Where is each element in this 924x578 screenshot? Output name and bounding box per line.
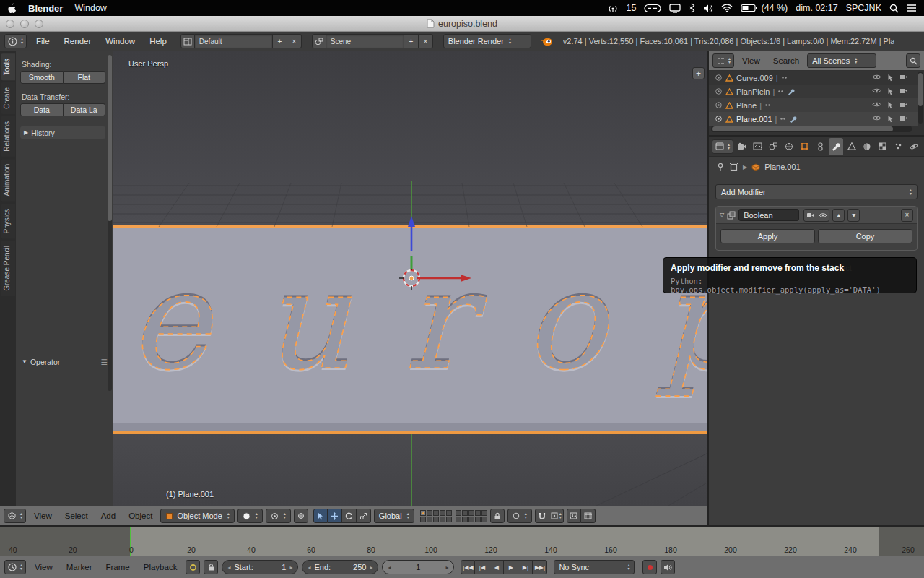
- outliner-search-button[interactable]: [906, 53, 920, 68]
- layers-widget[interactable]: [420, 510, 487, 522]
- screen-layout-icon[interactable]: [180, 34, 195, 48]
- editor-type-button[interactable]: ▴▾: [4, 560, 26, 574]
- outliner-row-planplein[interactable]: PlanPlein|: [709, 85, 918, 98]
- display-mode-select[interactable]: All Scenes ▴▾: [807, 53, 876, 68]
- visibility-eye-icon[interactable]: [872, 101, 881, 108]
- move-modifier-up-button[interactable]: ▴: [832, 209, 845, 222]
- tab-world[interactable]: [782, 138, 796, 155]
- tab-object-data[interactable]: [845, 138, 859, 155]
- scene-icon[interactable]: [312, 34, 326, 48]
- menu-view[interactable]: View: [737, 56, 765, 65]
- menu-help[interactable]: Help: [144, 37, 172, 46]
- modifier-render-toggle[interactable]: [803, 209, 816, 222]
- viewport-3d[interactable]: europ europ europ europ User Persp (1) P…: [0, 51, 708, 525]
- snap-toggle[interactable]: [535, 509, 549, 523]
- manipulator-toggle[interactable]: [313, 509, 328, 523]
- delete-scene-button[interactable]: ×: [419, 34, 433, 48]
- audio-mute-toggle[interactable]: [661, 560, 675, 574]
- shelf-tab-relations[interactable]: Relations: [1, 116, 15, 157]
- shade-flat-button[interactable]: Flat: [64, 71, 106, 84]
- opengl-render-anim-button[interactable]: [581, 509, 596, 523]
- increment-arrow-icon[interactable]: ▸: [370, 564, 372, 571]
- tab-scene[interactable]: [766, 138, 780, 155]
- decrement-arrow-icon[interactable]: ◂: [308, 564, 310, 571]
- menubar-app-name[interactable]: Blender: [28, 3, 63, 14]
- signal-icon[interactable]: [607, 3, 619, 13]
- battery-percent[interactable]: (44 %): [761, 3, 788, 13]
- orientation-select[interactable]: Global ▴▾: [374, 509, 414, 523]
- menu-object[interactable]: Object: [123, 512, 157, 520]
- editor-type-button[interactable]: ▴▾: [4, 34, 27, 48]
- editor-type-button[interactable]: ▴▾: [712, 139, 733, 154]
- screen-layout-select[interactable]: Default: [195, 34, 273, 48]
- jump-to-prev-keyframe-button[interactable]: |◀: [475, 560, 489, 574]
- tab-particles[interactable]: [892, 138, 906, 155]
- decrement-arrow-icon[interactable]: ◂: [227, 564, 230, 571]
- play-reverse-button[interactable]: ◀: [489, 560, 504, 574]
- renderability-camera-icon[interactable]: [899, 101, 908, 108]
- breadcrumb-object-name[interactable]: Plane.001: [764, 163, 801, 171]
- play-button[interactable]: ▶: [504, 560, 518, 574]
- expand-properties-region-button[interactable]: +: [692, 67, 705, 79]
- apple-menu-icon[interactable]: [7, 3, 17, 14]
- apply-modifier-button[interactable]: Apply: [720, 229, 815, 243]
- menu-select[interactable]: Select: [60, 512, 93, 520]
- tab-texture[interactable]: [876, 138, 890, 155]
- jump-to-end-button[interactable]: ▶▶|: [533, 560, 547, 574]
- sync-mode-select[interactable]: No Sync ▴▾: [554, 560, 635, 574]
- shelf-tab-physics[interactable]: Physics: [1, 204, 15, 238]
- wifi-icon[interactable]: [721, 4, 733, 12]
- menu-file[interactable]: File: [31, 37, 55, 46]
- increment-arrow-icon[interactable]: ▸: [445, 564, 448, 571]
- menu-playback[interactable]: Playback: [139, 563, 183, 571]
- visibility-eye-icon[interactable]: [872, 115, 881, 121]
- shelf-tab-tools[interactable]: Tools: [1, 53, 15, 80]
- editor-type-button[interactable]: ▴▾: [712, 53, 734, 68]
- pivot-align-toggle[interactable]: [294, 509, 308, 523]
- tab-modifiers[interactable]: [829, 138, 843, 155]
- start-frame-field[interactable]: ◂ Start: 1 ▸: [222, 560, 298, 574]
- data-button[interactable]: Data: [20, 103, 64, 116]
- tool-shelf-scrollbar[interactable]: [108, 55, 112, 391]
- viewport-shading-select[interactable]: ▴▾: [237, 509, 263, 523]
- display-icon[interactable]: [669, 4, 681, 13]
- current-frame-field[interactable]: ◂ 1 ▸: [382, 560, 454, 574]
- shelf-tab-grease-pencil[interactable]: Grease Pencil: [1, 241, 15, 296]
- record-button[interactable]: [642, 560, 657, 574]
- menu-render[interactable]: Render: [59, 37, 97, 46]
- add-modifier-button[interactable]: Add Modifier ▴▾: [715, 184, 918, 199]
- object-context-icon[interactable]: [729, 163, 738, 171]
- add-layout-button[interactable]: +: [273, 34, 287, 48]
- tab-object[interactable]: [798, 138, 812, 155]
- spotlight-icon[interactable]: [889, 4, 899, 13]
- menu-add[interactable]: Add: [96, 512, 121, 520]
- history-panel-header[interactable]: ▶ History: [20, 126, 105, 139]
- selectability-cursor-icon[interactable]: [887, 74, 894, 82]
- outliner-row-plane001[interactable]: Plane.001|: [709, 112, 918, 126]
- outliner-vertical-scrollbar[interactable]: [918, 72, 923, 124]
- input-source-label[interactable]: SPCJNK: [846, 3, 881, 13]
- add-scene-button[interactable]: +: [404, 34, 419, 48]
- modifier-visibility-toggle[interactable]: [816, 209, 829, 222]
- visibility-eye-icon[interactable]: [872, 87, 881, 94]
- jump-to-start-button[interactable]: |◀◀: [461, 560, 475, 574]
- selectability-cursor-icon[interactable]: [887, 87, 894, 95]
- shelf-tab-create[interactable]: Create: [1, 82, 15, 114]
- tab-material[interactable]: [860, 138, 874, 155]
- scene-select[interactable]: Scene: [326, 34, 404, 48]
- operator-panel-header[interactable]: ▼ Operator ☰: [19, 355, 111, 368]
- outliner-row-curve009[interactable]: Curve.009|: [709, 71, 918, 85]
- auto-keyframe-toggle[interactable]: [186, 560, 200, 574]
- delete-layout-button[interactable]: ×: [287, 34, 302, 48]
- rotate-manipulator-toggle[interactable]: [342, 509, 357, 523]
- tab-constraints[interactable]: [813, 138, 827, 155]
- selectability-cursor-icon[interactable]: [887, 101, 894, 109]
- move-modifier-down-button[interactable]: ▾: [847, 209, 860, 222]
- renderability-camera-icon[interactable]: [899, 87, 908, 94]
- viewport-canvas[interactable]: europ europ europ europ User Persp (1) P…: [0, 51, 708, 506]
- snap-element-select[interactable]: ▴▾: [549, 509, 564, 523]
- data-layout-button[interactable]: Data La: [64, 103, 106, 116]
- pin-icon[interactable]: [716, 163, 725, 171]
- window-titlebar[interactable]: europiso.blend: [0, 16, 924, 32]
- outliner-row-plane[interactable]: Plane|: [709, 98, 918, 112]
